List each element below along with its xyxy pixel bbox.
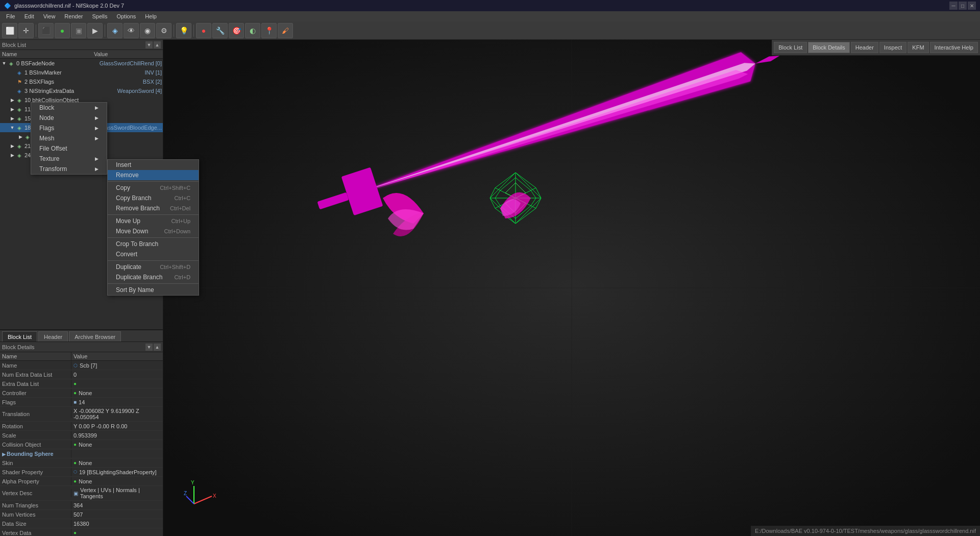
- panel-up-btn[interactable]: ▲: [154, 41, 161, 48]
- ctx-transform[interactable]: Transform ▶: [31, 164, 107, 174]
- ctx-flags[interactable]: Flags ▶: [31, 123, 107, 133]
- detail-row-num-extra[interactable]: Num Extra Data List 0: [0, 370, 163, 379]
- detail-field-vertdata: Vertex Data: [0, 529, 71, 537]
- ctx-mesh[interactable]: Mesh ▶: [31, 133, 107, 143]
- tree-row-1[interactable]: ◈ 1 BSInvMarker INV [1]: [0, 68, 163, 77]
- submenu-sort-by-name[interactable]: Sort By Name: [108, 285, 199, 295]
- tree-row-2[interactable]: ⚑ 2 BSXFlags BSX [2]: [0, 77, 163, 86]
- toolbar-move-btn[interactable]: ✛: [18, 23, 34, 38]
- block-list-btn[interactable]: Block List: [774, 42, 807, 53]
- detail-row-numtri[interactable]: Num Triangles 364: [0, 501, 163, 510]
- tab-block-list[interactable]: Block List: [2, 331, 37, 342]
- toolbar-cube-btn[interactable]: ⬛: [38, 23, 54, 38]
- viewport[interactable]: X Y Z E:/Downloads/BAE v0.10-974-0-10/TE…: [163, 40, 980, 536]
- menu-item-help[interactable]: Help: [141, 12, 161, 20]
- submenu-copy-label: Copy: [116, 184, 130, 191]
- detail-row-translation[interactable]: Translation X -0.006082 Y 9.619900 Z -0.…: [0, 407, 163, 422]
- toolbar-circle-btn[interactable]: ◐: [245, 23, 260, 38]
- detail-field-skin: Skin: [0, 459, 71, 467]
- expand-24[interactable]: ▶: [9, 153, 15, 158]
- expand-1x[interactable]: ▶: [17, 134, 23, 139]
- expand-0[interactable]: ▼: [1, 61, 7, 66]
- submenu-move-up[interactable]: Move Up Ctrl+Up: [108, 216, 199, 226]
- detail-row-scale[interactable]: Scale 0.953399: [0, 431, 163, 440]
- detail-row-shader[interactable]: Shader Property ⬡ 19 [BSLightingShaderPr…: [0, 468, 163, 477]
- menu-item-view[interactable]: View: [39, 12, 60, 20]
- tab-header[interactable]: Header: [38, 331, 68, 342]
- maximize-button[interactable]: □: [959, 2, 967, 10]
- tree-row-0[interactable]: ▼ ◈ 0 BSFadeNode GlassSwordChillRend [0]: [0, 59, 163, 68]
- kfm-btn[interactable]: KFM: [908, 42, 928, 53]
- close-button[interactable]: ✕: [968, 2, 976, 10]
- submenu-move-up-shortcut: Ctrl+Up: [161, 218, 191, 224]
- toolbar-eye2-btn[interactable]: ◉: [140, 23, 155, 38]
- toolbar-tools-btn[interactable]: 🔧: [212, 23, 228, 38]
- detail-row-name[interactable]: Name ⬡ Scb [7]: [0, 361, 163, 370]
- header-btn[interactable]: Header: [851, 42, 878, 53]
- details-down-btn[interactable]: ▼: [145, 344, 153, 351]
- detail-val-vertdata: ●: [71, 529, 163, 536]
- detail-row-rotation[interactable]: Rotation Y 0.00 P -0.00 R 0.00: [0, 422, 163, 431]
- block-details-btn[interactable]: Block Details: [808, 42, 850, 53]
- toolbar-gem-btn[interactable]: ◈: [107, 23, 122, 38]
- toolbar-red-btn[interactable]: ●: [196, 23, 211, 38]
- detail-row-datasize[interactable]: Data Size 16380: [0, 519, 163, 528]
- submenu-remove-branch[interactable]: Remove Branch Ctrl+Del: [108, 203, 199, 213]
- toolbar-select-btn[interactable]: ⬜: [2, 23, 17, 38]
- toolbar-eye-btn[interactable]: 👁: [124, 23, 139, 38]
- tree-row-3[interactable]: ◈ 3 NiStringExtraData WeaponSword [4]: [0, 86, 163, 95]
- toolbar-target-btn[interactable]: 🎯: [229, 23, 244, 38]
- ctx-mesh-arrow: ▶: [95, 136, 99, 141]
- detail-row-vertdata[interactable]: Vertex Data ●: [0, 528, 163, 536]
- toolbar-sphere-btn[interactable]: ●: [55, 23, 70, 38]
- toolbar-brush-btn[interactable]: 🖌: [278, 23, 293, 38]
- submenu-duplicate-branch-label: Duplicate Branch: [116, 274, 162, 281]
- ctx-block[interactable]: Block ▶: [31, 103, 107, 113]
- toolbar-box-btn[interactable]: ▣: [71, 23, 86, 38]
- expand-11[interactable]: ▶: [9, 107, 15, 112]
- ctx-file-offset[interactable]: File Offset: [31, 143, 107, 154]
- submenu-copy[interactable]: Copy Ctrl+Shift+C: [108, 183, 199, 193]
- minimize-button[interactable]: ─: [949, 2, 958, 10]
- submenu-duplicate[interactable]: Duplicate Ctrl+Shift+D: [108, 262, 199, 272]
- menu-item-file[interactable]: File: [2, 12, 19, 20]
- menu-item-render[interactable]: Render: [60, 12, 87, 20]
- toolbar-gear-btn[interactable]: ⚙: [156, 23, 172, 38]
- submenu-copy-branch[interactable]: Copy Branch Ctrl+C: [108, 193, 199, 203]
- details-up-btn[interactable]: ▲: [154, 344, 161, 351]
- ctx-node[interactable]: Node ▶: [31, 113, 107, 123]
- submenu-duplicate-branch[interactable]: Duplicate Branch Ctrl+D: [108, 272, 199, 282]
- expand-10[interactable]: ▶: [9, 98, 15, 103]
- submenu-convert[interactable]: Convert: [108, 249, 199, 259]
- ctx-texture[interactable]: Texture ▶: [31, 154, 107, 164]
- block-details-content[interactable]: Name ⬡ Scb [7] Num Extra Data List 0 Ext…: [0, 361, 163, 536]
- detail-row-skin[interactable]: Skin ● None: [0, 458, 163, 468]
- submenu-crop-branch[interactable]: Crop To Branch: [108, 239, 199, 249]
- menu-item-spells[interactable]: Spells: [88, 12, 111, 20]
- interactive-help-btn[interactable]: Interactive Help: [930, 42, 978, 53]
- detail-row-flags[interactable]: Flags ■ 14: [0, 398, 163, 407]
- expand-21[interactable]: ▶: [9, 143, 15, 149]
- menu-item-options[interactable]: Options: [112, 12, 140, 20]
- detail-row-bsphere[interactable]: ▶Bounding Sphere: [0, 449, 163, 458]
- toolbar-map-btn[interactable]: 📍: [261, 23, 277, 38]
- tab-archive-browser[interactable]: Archive Browser: [69, 331, 121, 342]
- menu-item-edit[interactable]: Edit: [20, 12, 38, 20]
- label-3: 3 NiStringExtraData: [24, 88, 115, 94]
- detail-row-vertdesc[interactable]: Vertex Desc ▣ Vertex | UVs | Normals | T…: [0, 486, 163, 501]
- detail-row-alpha[interactable]: Alpha Property ● None: [0, 477, 163, 486]
- toolbar-arrow-btn[interactable]: ▶: [87, 23, 103, 38]
- detail-row-collision[interactable]: Collision Object ● None: [0, 440, 163, 449]
- detail-row-numvert[interactable]: Num Vertices 507: [0, 510, 163, 519]
- inspect-btn[interactable]: Inspect: [879, 42, 906, 53]
- submenu-remove[interactable]: Remove: [108, 170, 199, 180]
- toolbar-light-btn[interactable]: 💡: [176, 23, 191, 38]
- panel-down-btn[interactable]: ▼: [145, 41, 153, 48]
- expand-18[interactable]: ▼: [9, 125, 15, 130]
- detail-row-controller[interactable]: Controller ● None: [0, 388, 163, 398]
- expand-15[interactable]: ▶: [9, 116, 15, 121]
- submenu-sep-1: [108, 181, 199, 182]
- submenu-insert[interactable]: Insert: [108, 160, 199, 170]
- submenu-move-down[interactable]: Move Down Ctrl+Down: [108, 226, 199, 236]
- detail-row-extra-list[interactable]: Extra Data List ●: [0, 379, 163, 388]
